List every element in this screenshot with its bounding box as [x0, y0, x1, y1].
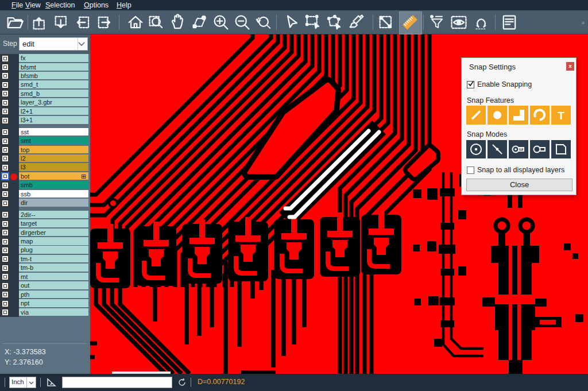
svg-text:T: T [558, 110, 564, 122]
